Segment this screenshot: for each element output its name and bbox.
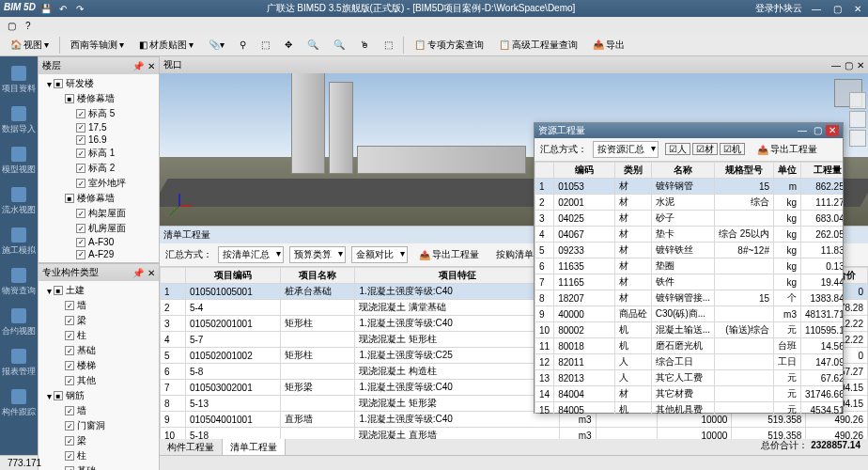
nav-模型视图[interactable]: 模型视图 [0,141,38,181]
table-row[interactable]: 105-18现浇混凝土 直形墙m310000519.358490.26 [161,428,868,440]
tool-icon[interactable]: 📎▾ [204,37,229,53]
tab-component-qty[interactable]: 构件工程量 [160,439,223,455]
nav-项目资料[interactable]: 项目资料 [0,60,38,101]
tree-item[interactable]: ✓墙 [40,403,157,418]
tree-item[interactable]: ✓柱 [40,328,157,343]
table-row[interactable]: 940000商品砼C30(砾)商...m348131.7134101981000… [535,306,844,322]
axis-view-dropdown[interactable]: 西南等轴测▾ [66,36,129,55]
tree-item[interactable]: ✓16.9 [40,133,157,146]
side-tool-icon[interactable] [849,111,866,128]
f-summary-dropdown[interactable]: 按资源汇总 [593,141,659,158]
tree-item[interactable]: ✓标高 2 [40,161,157,176]
budget-dropdown[interactable]: 预算类算 [289,246,346,263]
minimize-icon[interactable]: — [810,2,823,15]
nav-施工模拟[interactable]: 施工模拟 [0,222,38,262]
menu-item[interactable]: ▢ [4,20,20,32]
axis-gizmo-icon[interactable] [165,192,194,220]
tool-icon[interactable]: ⬚ [256,37,274,53]
summary-dropdown[interactable]: 按清单汇总 [218,246,284,263]
panel-close-icon[interactable]: ✕ [147,61,155,71]
tree-item[interactable]: ✓机房屋面 [40,221,157,236]
tree-item[interactable]: ✓基础 [40,463,157,470]
nav-数据导入[interactable]: 数据导入 [0,101,38,141]
tree-item[interactable]: ✓标高 5 [40,106,157,121]
f-export-button[interactable]: 📤导出工程量 [752,141,823,158]
tree-item[interactable]: ■楼修幕墙 [40,91,157,106]
type-tree[interactable]: ▾■土建✓墙✓梁✓柱✓基础✓楼梯✓其他▾■钢筋✓墙✓门窗洞✓梁✓柱✓基础✓其他▾… [39,281,159,470]
tree-item[interactable]: ✓梁 [40,433,157,448]
tree-item[interactable]: ▾■土建 [40,283,157,298]
tree-item[interactable]: ✓A-F28 [40,260,157,262]
side-tool-icon[interactable] [849,130,866,147]
qat-redo-icon[interactable]: ↷ [73,2,86,15]
special-query-button[interactable]: 📋专项方案查询 [410,36,488,55]
floor-tree[interactable]: ▾■研发楼■楼修幕墙✓标高 5✓17.5✓16.9✓标高 1✓标高 2✓室外地坪… [39,74,159,262]
max-icon[interactable]: ▢ [845,60,853,70]
tool-icon[interactable]: 🔍 [329,37,349,53]
viewport-close-icon[interactable]: ✕ [857,60,864,70]
tree-item[interactable]: ✓楼梯 [40,358,157,373]
col-header[interactable]: 编码 [554,163,615,179]
table-row[interactable]: 101053材镀锌钢管15m862.2593.993440.41 [535,179,844,195]
col-header[interactable]: 单位 [774,163,801,179]
table-row[interactable]: 202001材水泥综合kg111.2770.37741.91 [535,195,844,211]
col-header[interactable]: 名称 [651,163,714,179]
tree-item[interactable]: ✓标高 1 [40,146,157,161]
tree-item[interactable]: ✓A-F30 [40,236,157,248]
table-row[interactable]: 9010504001001直形墙1.混凝土强度等级:C40m310000519.… [161,412,868,428]
col-header[interactable]: 项目名称 [281,268,355,284]
view-button[interactable]: 🏠视图▾ [6,36,54,55]
tree-item[interactable]: ✓17.5 [40,121,157,133]
tree-item[interactable]: ✓其他 [40,373,157,388]
tree-item[interactable]: ✓墙 [40,298,157,313]
min-icon[interactable]: — [831,60,841,70]
tree-item[interactable]: ✓门窗洞 [40,418,157,433]
table-row[interactable]: 509233材镀锌铁丝8#~12#kg11.8353.8545.56 [535,243,844,258]
resource-quantity-dialog[interactable]: 资源工程量 — ▢ ✕ 汇总方式： 按资源汇总 ☑人☑材☑机 📤导出工程量 编码… [534,122,844,414]
tool-icon[interactable]: 🔍 [302,37,323,53]
dialog-min-icon[interactable]: — [796,125,809,136]
col-header[interactable]: 项目特征 [355,268,559,284]
tool-icon[interactable]: ⬚ [380,37,397,53]
contrast-dropdown[interactable]: 金额对比 [351,246,408,263]
panel-close-icon[interactable]: ✕ [147,268,155,278]
tree-item[interactable]: ✓室外地坪 [40,176,157,191]
tree-item[interactable]: ✓柱 [40,448,157,463]
dialog-max-icon[interactable]: ▢ [811,125,824,136]
table-row[interactable]: 404067材垫卡综合 25以内kg262.0590.45117.93 [535,227,844,243]
col-header[interactable]: 类别 [614,163,651,179]
table-row[interactable]: 1584005机其他机具费元4534.51314534.51 [535,402,844,415]
filter-人[interactable]: ☑人 [665,143,690,155]
col-header[interactable]: 项目编码 [185,268,280,284]
table-row[interactable]: 611635材垫圈kg0.1320.686.39 [535,258,844,274]
table-row[interactable]: 1484004材其它材费元31746.666131746.65 [535,386,844,402]
table-row[interactable]: 711165材铁件kg19.4434.6790.8 [535,274,844,290]
nav-合约视图[interactable]: 合约视图 [0,303,38,343]
export-quantity-button[interactable]: 📤导出工程量 [413,246,485,263]
tree-item[interactable]: ✓基础 [40,343,157,358]
table-row[interactable]: 1382013人其它人工费元67.628167.61 [535,370,844,386]
dialog-close-icon[interactable]: ✕ [826,125,839,136]
col-header[interactable] [535,163,554,179]
table-row[interactable]: 304025材砂子kg683.0440.0427.32 [535,211,844,227]
tool-icon[interactable]: 🖱 [355,37,374,53]
table-row[interactable]: 1282011人综合工日工日147.09132.534784.88 [535,354,844,370]
table-row[interactable]: 818207材镀锌钢管接...15个1383.8410.52719.6 [535,290,844,306]
tree-item[interactable]: ■楼修幕墙 [40,191,157,206]
qat-save-icon[interactable]: 💾 [39,2,53,15]
tab-list-qty[interactable]: 清单工程量 [223,439,286,455]
pin-icon[interactable]: 📌 [132,61,144,71]
nav-构件跟踪[interactable]: 构件跟踪 [0,384,38,424]
filter-机[interactable]: ☑机 [720,143,745,155]
col-header[interactable] [161,268,186,284]
tool-icon[interactable]: ⚲ [235,37,251,53]
close-icon[interactable]: ✕ [851,2,864,15]
tree-item[interactable]: ▾■研发楼 [40,76,157,91]
menu-item[interactable]: ? [22,20,35,32]
nav-物资查询[interactable]: 物资查询 [0,262,38,303]
export-button[interactable]: 📤导出 [588,36,629,55]
advanced-query-button[interactable]: 📋高级工程量查询 [494,36,582,55]
side-tool-icon[interactable] [849,92,866,109]
tree-item[interactable]: ✓A-F29 [40,248,157,260]
cloud-login-link[interactable]: 登录扑块云 [755,2,802,15]
